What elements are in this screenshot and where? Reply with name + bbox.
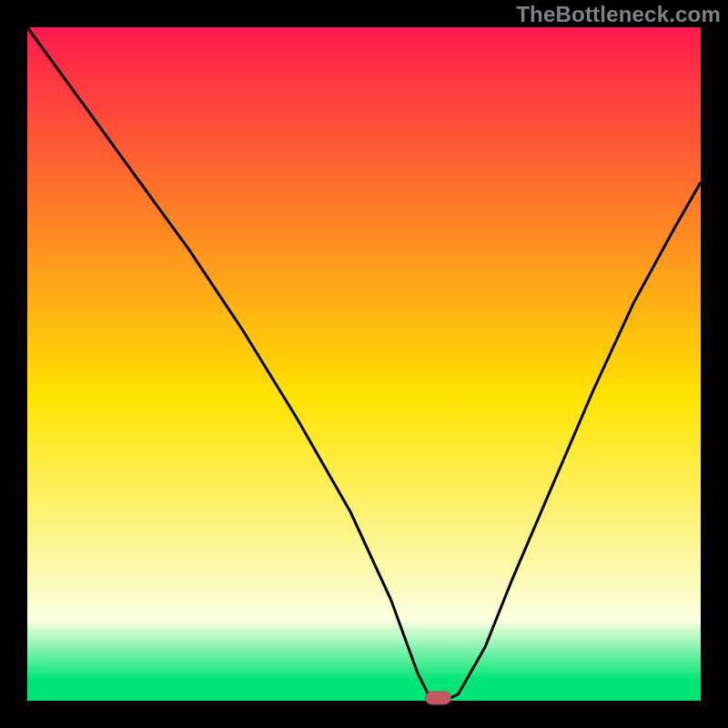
chart-container: TheBottleneck.com — [0, 0, 728, 728]
bottleneck-chart-svg — [0, 0, 728, 728]
optimal-point-marker — [425, 692, 450, 704]
plot-background — [27, 27, 701, 701]
watermark-text: TheBottleneck.com — [516, 2, 721, 27]
